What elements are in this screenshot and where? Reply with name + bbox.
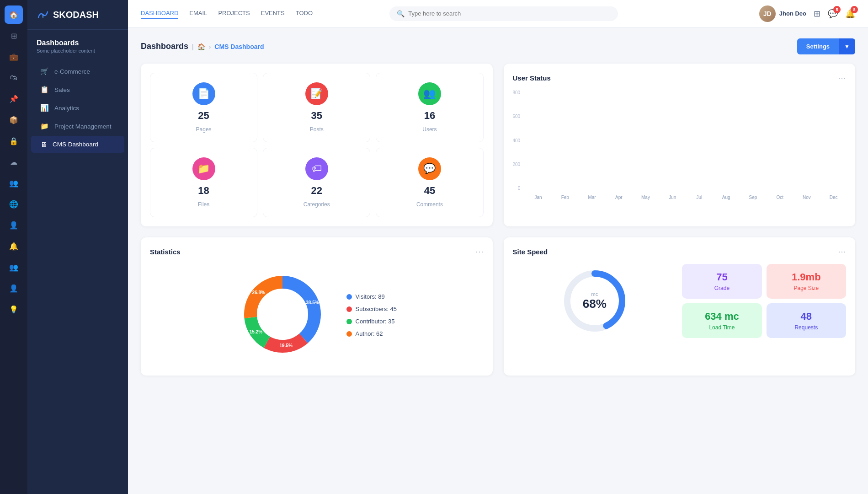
notification-button[interactable]: 🔔 8 (845, 9, 855, 19)
statistics-menu[interactable]: ⋯ (475, 247, 484, 257)
stat-value-pages: 25 (198, 110, 209, 122)
cms-stats-card: 📄 25 Pages 📝 35 Posts 👥 16 Users 📁 18 Fi… (141, 64, 493, 226)
bar-group-sep: Sep (740, 193, 766, 200)
ring-unit: mc (583, 291, 607, 297)
stat-value-users: 16 (424, 110, 435, 122)
icon-shop[interactable]: 🛍 (5, 69, 23, 87)
logo-icon (37, 8, 49, 21)
site-speed-header: Site Speed ⋯ (513, 247, 847, 257)
sidebar-item-cms-dashboard[interactable]: 🖥 CMS Dashboard (31, 136, 124, 153)
sidebar-item-project-management[interactable]: 📁 Project Management (31, 118, 124, 135)
speed-value-2: 634 mc (705, 311, 739, 322)
sidebar-item-label: Analytics (54, 105, 79, 112)
stat-icon-files: 📁 (192, 157, 215, 180)
ecommerce-icon: 🛒 (40, 67, 49, 75)
user-status-menu[interactable]: ⋯ (838, 73, 846, 83)
sidebar-title: Dashboards (37, 39, 119, 47)
avatar-initials: JD (763, 10, 772, 17)
icon-user[interactable]: 👤 (5, 216, 23, 234)
bar-group-jan: Jan (526, 193, 551, 200)
messenger-button[interactable]: 💬 5 (828, 9, 838, 19)
sidebar-item-analytics[interactable]: 📊 Analytics (31, 99, 124, 117)
icon-home[interactable]: 🏠 (5, 5, 23, 24)
bar-label-jan: Jan (534, 195, 542, 200)
sidebar-item-ecommerce[interactable]: 🛒 e-Commerce (31, 63, 124, 80)
icon-profile[interactable]: 👤 (5, 279, 23, 297)
settings-dropdown-button[interactable]: ▼ (839, 38, 855, 54)
speed-value-3: 48 (801, 311, 812, 322)
icon-package[interactable]: 📦 (5, 111, 23, 129)
cms-icon: 🖥 (40, 140, 47, 148)
donut-label-author: 26.8% (252, 290, 265, 295)
site-speed-menu[interactable]: ⋯ (838, 247, 846, 257)
analytics-icon: 📊 (40, 104, 49, 112)
breadcrumb-arrow: › (209, 43, 211, 50)
donut-legend: Visitors: 89 Subscribers: 45 Contributor… (346, 293, 397, 337)
user-status-header: User Status ⋯ (513, 73, 847, 83)
stat-card-posts: 📝 35 Posts (263, 73, 370, 142)
pm-icon: 📁 (40, 122, 49, 130)
sidebar-item-sales[interactable]: 📋 Sales (31, 81, 124, 98)
logo-text: SKODASH (53, 10, 99, 20)
speed-stat-load-time: 634 mc Load Time (682, 303, 761, 338)
stat-value-files: 18 (198, 185, 209, 197)
icon-grid[interactable]: ⊞ (5, 27, 23, 45)
nav-todo[interactable]: TODO (296, 8, 313, 19)
nav-events[interactable]: EVENTS (261, 8, 285, 19)
ring-center: mc 68% (583, 291, 607, 311)
icon-globe[interactable]: 🌐 (5, 195, 23, 213)
icon-pin[interactable]: 📌 (5, 90, 23, 108)
grid-icon-button[interactable]: ⊞ (814, 9, 820, 19)
sidebar: SKODASH Dashboards Some placeholder cont… (27, 0, 128, 494)
bar-group-feb: Feb (553, 193, 578, 200)
stat-label-pages: Pages (196, 126, 212, 133)
bar-label-sep: Sep (749, 195, 757, 200)
bar-chart-area: 8006004002000 Jan Feb Mar Apr May Jun Ju… (513, 90, 847, 200)
stat-card-pages: 📄 25 Pages (150, 73, 257, 142)
nav-email[interactable]: EMAIL (189, 8, 207, 19)
speed-grid: mc 68% 75 Grade 1.9mb Page Size 634 mc L… (513, 264, 847, 338)
bar-group-mar: Mar (580, 193, 605, 200)
bar-group-jul: Jul (687, 193, 712, 200)
sidebar-nav: 🛒 e-Commerce 📋 Sales 📊 Analytics 📁 Proje… (27, 58, 128, 494)
dashboard-grid: 📄 25 Pages 📝 35 Posts 👥 16 Users 📁 18 Fi… (141, 64, 855, 376)
legend-dot-subscribers (346, 306, 352, 312)
user-status-card: User Status ⋯ 8006004002000 Jan Feb Mar … (504, 64, 856, 226)
y-label: 600 (513, 114, 521, 119)
icon-lock[interactable]: 🔒 (5, 132, 23, 150)
speed-ring-wrap: mc 68% (513, 264, 677, 338)
bar-label-may: May (641, 195, 650, 200)
search-input[interactable] (408, 10, 611, 17)
settings-group: Settings ▼ (797, 38, 855, 54)
search-bar: 🔍 (389, 6, 618, 21)
y-label: 400 (513, 138, 521, 143)
icon-team[interactable]: 👥 (5, 258, 23, 276)
speed-value-0: 75 (716, 271, 727, 283)
stat-icon-categories: 🏷 (305, 157, 328, 180)
stat-icon-posts: 📝 (305, 82, 328, 105)
settings-button[interactable]: Settings (797, 38, 839, 54)
user-name: Jhon Deo (779, 10, 806, 17)
icon-briefcase[interactable]: 💼 (5, 48, 23, 66)
bar-group-dec: Dec (821, 193, 846, 200)
y-label: 200 (513, 162, 521, 167)
speed-stat-page-size: 1.9mb Page Size (767, 264, 846, 299)
bar-label-dec: Dec (830, 195, 838, 200)
nav-dashboard[interactable]: DASHBOARD (141, 8, 178, 19)
sidebar-title-block: Dashboards Some placeholder content (27, 30, 128, 58)
icon-cloud[interactable]: ☁ (5, 153, 23, 171)
icon-users[interactable]: 👥 (5, 174, 23, 192)
stat-label-categories: Categories (304, 201, 330, 208)
bar-group-aug: Aug (714, 193, 739, 200)
nav-projects[interactable]: PROJECTS (218, 8, 250, 19)
speed-label-1: Page Size (793, 285, 819, 291)
bar-chart: Jan Feb Mar Apr May Jun Jul Aug Sep Oct … (526, 90, 846, 200)
topnav: DASHBOARD EMAIL PROJECTS EVENTS TODO 🔍 J… (128, 0, 868, 27)
icon-bell[interactable]: 🔔 (5, 237, 23, 255)
donut-svg: 38.5%19.5%15.2%26.8% (237, 268, 328, 360)
y-label: 800 (513, 90, 521, 95)
icon-bulb[interactable]: 💡 (5, 300, 23, 318)
stat-label-posts: Posts (310, 126, 324, 133)
home-icon[interactable]: 🏠 (197, 43, 205, 50)
bar-group-oct: Oct (767, 193, 793, 200)
